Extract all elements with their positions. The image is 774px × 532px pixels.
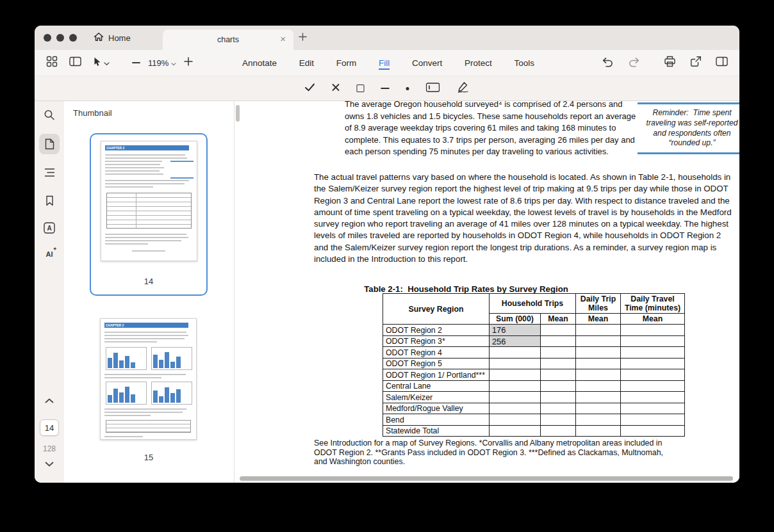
tab-bar: Home charts ×: [35, 26, 739, 50]
form-field-trips-mean[interactable]: [541, 325, 576, 336]
thumbnail-page-15[interactable]: CHAPTER 2: [90, 317, 208, 465]
form-field-miles-mean[interactable]: [576, 414, 621, 426]
form-field-time-mean[interactable]: [621, 414, 685, 426]
grid-view-button[interactable]: [46, 56, 58, 70]
table-row: Statewide Total: [383, 425, 685, 437]
undo-button[interactable]: [601, 56, 614, 70]
form-field-trips-mean[interactable]: [541, 358, 576, 369]
form-field-trips-mean[interactable]: [541, 425, 576, 437]
toolbar-menu: Annotate Edit Form Fill Convert Protect …: [242, 50, 534, 76]
page-up-button[interactable]: [45, 398, 54, 403]
menu-convert[interactable]: Convert: [412, 56, 442, 70]
maximize-button[interactable]: [69, 34, 77, 42]
horizontal-scrollbar-thumb[interactable]: [240, 476, 733, 481]
form-field-trips-mean[interactable]: [541, 392, 576, 403]
form-field-time-mean[interactable]: [621, 325, 685, 336]
form-field-trips-mean[interactable]: [541, 347, 576, 359]
page-down-button[interactable]: [45, 462, 54, 467]
text-field-tool-button[interactable]: [426, 83, 440, 95]
form-field-trips-mean[interactable]: [541, 369, 576, 381]
menu-form[interactable]: Form: [336, 56, 357, 70]
cursor-icon: [93, 57, 101, 69]
col-subheader-mean: Mean: [576, 314, 621, 325]
cross-tool-button[interactable]: [332, 83, 340, 94]
search-button[interactable]: [44, 109, 55, 120]
print-button[interactable]: [664, 56, 676, 70]
form-field-miles-mean[interactable]: [576, 392, 621, 403]
zoom-in-button[interactable]: [184, 57, 193, 69]
zoom-out-button[interactable]: [132, 62, 140, 63]
form-field-time-mean[interactable]: [621, 347, 685, 359]
thumb-text-line: [104, 374, 186, 375]
menu-tools[interactable]: Tools: [514, 56, 534, 70]
form-field-time-mean[interactable]: [621, 425, 685, 437]
current-page-input[interactable]: 14: [40, 419, 59, 436]
menu-annotate[interactable]: Annotate: [242, 56, 277, 70]
select-tool-button[interactable]: [93, 57, 110, 69]
document-tab[interactable]: charts ×: [163, 29, 293, 50]
form-field-sum[interactable]: [490, 380, 541, 392]
rectangle-tool-button[interactable]: [357, 85, 365, 92]
tab-close-icon[interactable]: ×: [280, 34, 286, 44]
outline-tab-button[interactable]: [39, 162, 60, 182]
signature-tool-button[interactable]: [457, 81, 470, 95]
thumb-text-line: [105, 183, 185, 184]
export-button[interactable]: [690, 56, 702, 70]
minimize-button[interactable]: [56, 34, 64, 42]
table-row: ODOT Region 4: [383, 347, 685, 359]
region-cell: Medford/Rogue Valley: [383, 403, 490, 414]
form-field-sum[interactable]: 256: [490, 335, 541, 347]
form-field-sum[interactable]: [490, 358, 541, 369]
form-field-time-mean[interactable]: [621, 392, 685, 403]
redo-button[interactable]: [628, 56, 641, 70]
bookmarks-tab-button[interactable]: [39, 190, 60, 211]
form-field-sum[interactable]: [490, 369, 541, 381]
form-field-miles-mean[interactable]: [576, 325, 621, 336]
form-field-miles-mean[interactable]: [576, 403, 621, 414]
thumb-mini-chart: [106, 347, 147, 370]
form-field-miles-mean[interactable]: [576, 369, 621, 381]
thumb-text-line: [105, 240, 181, 241]
form-field-sum[interactable]: [490, 425, 541, 437]
table-row: ODOT Region 2 176: [383, 325, 685, 336]
menu-edit[interactable]: Edit: [299, 56, 314, 70]
table-row: Salem/Keizer: [383, 392, 685, 403]
form-field-trips-mean[interactable]: [541, 414, 576, 426]
form-field-sum[interactable]: 176: [490, 325, 541, 336]
ai-assistant-button[interactable]: AI✦: [39, 244, 60, 264]
form-field-miles-mean[interactable]: [576, 335, 621, 347]
thumbnail-page-14[interactable]: CHAPTER 2: [90, 133, 208, 296]
form-field-time-mean[interactable]: [621, 380, 685, 392]
form-field-trips-mean[interactable]: [541, 380, 576, 392]
thumb-mini-chart: [151, 347, 192, 370]
form-field-time-mean[interactable]: [621, 403, 685, 414]
menu-fill[interactable]: Fill: [379, 56, 390, 70]
form-field-trips-mean[interactable]: [541, 403, 576, 414]
line-tool-button[interactable]: [381, 88, 390, 89]
form-field-miles-mean[interactable]: [576, 347, 621, 359]
zoom-level-dropdown[interactable]: 119%: [148, 58, 176, 68]
form-field-miles-mean[interactable]: [576, 380, 621, 392]
thumbnails-tab-button[interactable]: [39, 134, 60, 154]
form-field-sum[interactable]: [490, 392, 541, 403]
annotations-tab-button[interactable]: A: [39, 218, 60, 238]
page-view-button[interactable]: [716, 56, 728, 69]
form-field-sum[interactable]: [490, 403, 541, 414]
sidebar-toggle-button[interactable]: [69, 56, 81, 69]
form-field-miles-mean[interactable]: [576, 425, 621, 437]
form-field-sum[interactable]: [490, 414, 541, 426]
form-field-time-mean[interactable]: [621, 369, 685, 381]
menu-protect[interactable]: Protect: [465, 56, 492, 70]
checkmark-tool-button[interactable]: [305, 83, 315, 94]
region-cell: Bend: [383, 414, 490, 426]
panel-scrollbar-thumb[interactable]: [236, 105, 240, 122]
form-field-miles-mean[interactable]: [576, 358, 621, 369]
form-field-trips-mean[interactable]: [541, 335, 576, 347]
close-button[interactable]: [44, 34, 51, 42]
form-field-time-mean[interactable]: [621, 335, 685, 347]
form-field-sum[interactable]: [490, 347, 541, 359]
form-field-time-mean[interactable]: [621, 358, 685, 369]
new-tab-button[interactable]: [299, 32, 307, 44]
home-tab[interactable]: Home: [94, 26, 131, 50]
dot-tool-button[interactable]: [406, 87, 409, 90]
